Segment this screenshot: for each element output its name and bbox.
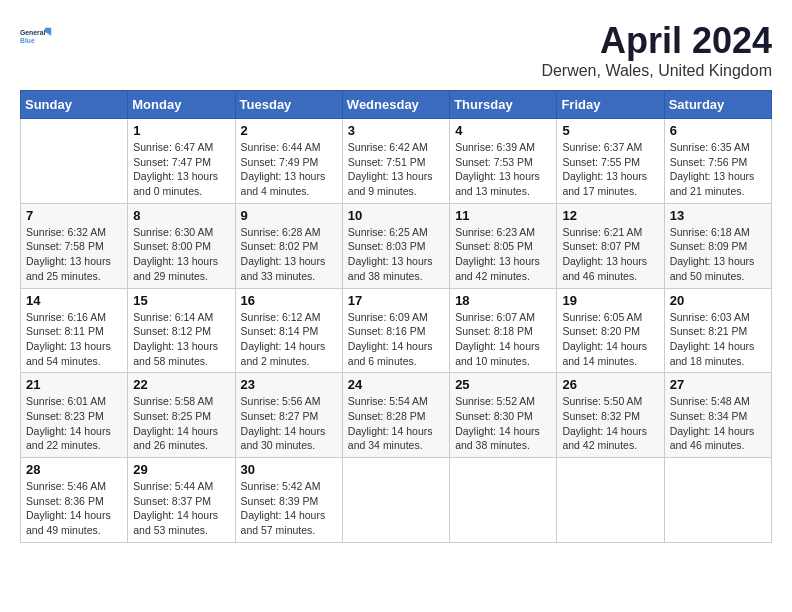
day-number: 10 (348, 208, 444, 223)
calendar-week-row: 14Sunrise: 6:16 AMSunset: 8:11 PMDayligh… (21, 288, 772, 373)
day-number: 29 (133, 462, 229, 477)
calendar-week-row: 1Sunrise: 6:47 AMSunset: 7:47 PMDaylight… (21, 119, 772, 204)
day-number: 28 (26, 462, 122, 477)
page-subtitle: Derwen, Wales, United Kingdom (541, 62, 772, 80)
day-info: Sunrise: 6:32 AMSunset: 7:58 PMDaylight:… (26, 225, 122, 284)
calendar-day-cell: 27Sunrise: 5:48 AMSunset: 8:34 PMDayligh… (664, 373, 771, 458)
weekday-header: Monday (128, 91, 235, 119)
day-number: 5 (562, 123, 658, 138)
day-number: 24 (348, 377, 444, 392)
title-area: April 2024 Derwen, Wales, United Kingdom (541, 20, 772, 80)
day-info: Sunrise: 6:28 AMSunset: 8:02 PMDaylight:… (241, 225, 337, 284)
day-number: 25 (455, 377, 551, 392)
day-number: 15 (133, 293, 229, 308)
day-info: Sunrise: 6:07 AMSunset: 8:18 PMDaylight:… (455, 310, 551, 369)
day-number: 17 (348, 293, 444, 308)
day-number: 18 (455, 293, 551, 308)
day-info: Sunrise: 6:25 AMSunset: 8:03 PMDaylight:… (348, 225, 444, 284)
day-info: Sunrise: 5:58 AMSunset: 8:25 PMDaylight:… (133, 394, 229, 453)
calendar-day-cell: 8Sunrise: 6:30 AMSunset: 8:00 PMDaylight… (128, 203, 235, 288)
calendar-week-row: 7Sunrise: 6:32 AMSunset: 7:58 PMDaylight… (21, 203, 772, 288)
calendar-day-cell (664, 458, 771, 543)
calendar-day-cell: 5Sunrise: 6:37 AMSunset: 7:55 PMDaylight… (557, 119, 664, 204)
calendar-day-cell: 4Sunrise: 6:39 AMSunset: 7:53 PMDaylight… (450, 119, 557, 204)
calendar-day-cell: 20Sunrise: 6:03 AMSunset: 8:21 PMDayligh… (664, 288, 771, 373)
day-info: Sunrise: 5:50 AMSunset: 8:32 PMDaylight:… (562, 394, 658, 453)
day-info: Sunrise: 5:54 AMSunset: 8:28 PMDaylight:… (348, 394, 444, 453)
calendar-day-cell: 17Sunrise: 6:09 AMSunset: 8:16 PMDayligh… (342, 288, 449, 373)
day-info: Sunrise: 6:30 AMSunset: 8:00 PMDaylight:… (133, 225, 229, 284)
day-info: Sunrise: 6:44 AMSunset: 7:49 PMDaylight:… (241, 140, 337, 199)
day-info: Sunrise: 5:42 AMSunset: 8:39 PMDaylight:… (241, 479, 337, 538)
logo-icon: GeneralBlue (20, 20, 52, 52)
calendar-day-cell: 28Sunrise: 5:46 AMSunset: 8:36 PMDayligh… (21, 458, 128, 543)
calendar-day-cell: 6Sunrise: 6:35 AMSunset: 7:56 PMDaylight… (664, 119, 771, 204)
weekday-header: Friday (557, 91, 664, 119)
day-info: Sunrise: 6:18 AMSunset: 8:09 PMDaylight:… (670, 225, 766, 284)
svg-text:General: General (20, 29, 45, 36)
day-number: 16 (241, 293, 337, 308)
calendar-day-cell: 15Sunrise: 6:14 AMSunset: 8:12 PMDayligh… (128, 288, 235, 373)
day-number: 2 (241, 123, 337, 138)
day-number: 9 (241, 208, 337, 223)
calendar-day-cell: 9Sunrise: 6:28 AMSunset: 8:02 PMDaylight… (235, 203, 342, 288)
calendar-day-cell: 2Sunrise: 6:44 AMSunset: 7:49 PMDaylight… (235, 119, 342, 204)
day-info: Sunrise: 6:09 AMSunset: 8:16 PMDaylight:… (348, 310, 444, 369)
day-info: Sunrise: 6:16 AMSunset: 8:11 PMDaylight:… (26, 310, 122, 369)
day-number: 12 (562, 208, 658, 223)
day-info: Sunrise: 6:05 AMSunset: 8:20 PMDaylight:… (562, 310, 658, 369)
page-header: GeneralBlue General Blue April 2024 Derw… (20, 20, 772, 80)
weekday-header: Saturday (664, 91, 771, 119)
day-info: Sunrise: 5:52 AMSunset: 8:30 PMDaylight:… (455, 394, 551, 453)
day-number: 6 (670, 123, 766, 138)
day-number: 11 (455, 208, 551, 223)
day-info: Sunrise: 6:12 AMSunset: 8:14 PMDaylight:… (241, 310, 337, 369)
calendar-day-cell: 16Sunrise: 6:12 AMSunset: 8:14 PMDayligh… (235, 288, 342, 373)
calendar-table: SundayMondayTuesdayWednesdayThursdayFrid… (20, 90, 772, 543)
day-info: Sunrise: 5:44 AMSunset: 8:37 PMDaylight:… (133, 479, 229, 538)
calendar-day-cell: 26Sunrise: 5:50 AMSunset: 8:32 PMDayligh… (557, 373, 664, 458)
day-number: 13 (670, 208, 766, 223)
day-number: 14 (26, 293, 122, 308)
calendar-day-cell: 11Sunrise: 6:23 AMSunset: 8:05 PMDayligh… (450, 203, 557, 288)
day-info: Sunrise: 6:37 AMSunset: 7:55 PMDaylight:… (562, 140, 658, 199)
day-number: 4 (455, 123, 551, 138)
calendar-day-cell: 25Sunrise: 5:52 AMSunset: 8:30 PMDayligh… (450, 373, 557, 458)
day-number: 30 (241, 462, 337, 477)
calendar-day-cell: 30Sunrise: 5:42 AMSunset: 8:39 PMDayligh… (235, 458, 342, 543)
day-info: Sunrise: 6:03 AMSunset: 8:21 PMDaylight:… (670, 310, 766, 369)
calendar-week-row: 21Sunrise: 6:01 AMSunset: 8:23 PMDayligh… (21, 373, 772, 458)
calendar-day-cell (557, 458, 664, 543)
calendar-day-cell (21, 119, 128, 204)
calendar-week-row: 28Sunrise: 5:46 AMSunset: 8:36 PMDayligh… (21, 458, 772, 543)
calendar-day-cell: 22Sunrise: 5:58 AMSunset: 8:25 PMDayligh… (128, 373, 235, 458)
day-number: 21 (26, 377, 122, 392)
calendar-day-cell: 10Sunrise: 6:25 AMSunset: 8:03 PMDayligh… (342, 203, 449, 288)
day-number: 1 (133, 123, 229, 138)
calendar-day-cell (450, 458, 557, 543)
calendar-day-cell: 29Sunrise: 5:44 AMSunset: 8:37 PMDayligh… (128, 458, 235, 543)
day-info: Sunrise: 6:39 AMSunset: 7:53 PMDaylight:… (455, 140, 551, 199)
day-number: 23 (241, 377, 337, 392)
weekday-header: Thursday (450, 91, 557, 119)
day-info: Sunrise: 6:42 AMSunset: 7:51 PMDaylight:… (348, 140, 444, 199)
weekday-header: Wednesday (342, 91, 449, 119)
day-number: 19 (562, 293, 658, 308)
day-info: Sunrise: 6:23 AMSunset: 8:05 PMDaylight:… (455, 225, 551, 284)
day-info: Sunrise: 6:47 AMSunset: 7:47 PMDaylight:… (133, 140, 229, 199)
calendar-day-cell: 23Sunrise: 5:56 AMSunset: 8:27 PMDayligh… (235, 373, 342, 458)
svg-marker-2 (45, 28, 51, 36)
calendar-day-cell: 12Sunrise: 6:21 AMSunset: 8:07 PMDayligh… (557, 203, 664, 288)
day-info: Sunrise: 5:46 AMSunset: 8:36 PMDaylight:… (26, 479, 122, 538)
calendar-day-cell: 19Sunrise: 6:05 AMSunset: 8:20 PMDayligh… (557, 288, 664, 373)
page-title: April 2024 (541, 20, 772, 62)
day-info: Sunrise: 5:56 AMSunset: 8:27 PMDaylight:… (241, 394, 337, 453)
calendar-day-cell: 18Sunrise: 6:07 AMSunset: 8:18 PMDayligh… (450, 288, 557, 373)
day-info: Sunrise: 6:01 AMSunset: 8:23 PMDaylight:… (26, 394, 122, 453)
weekday-header: Sunday (21, 91, 128, 119)
logo: GeneralBlue General Blue (20, 20, 52, 52)
calendar-day-cell: 7Sunrise: 6:32 AMSunset: 7:58 PMDaylight… (21, 203, 128, 288)
svg-text:Blue: Blue (20, 37, 35, 44)
day-number: 3 (348, 123, 444, 138)
calendar-day-cell (342, 458, 449, 543)
